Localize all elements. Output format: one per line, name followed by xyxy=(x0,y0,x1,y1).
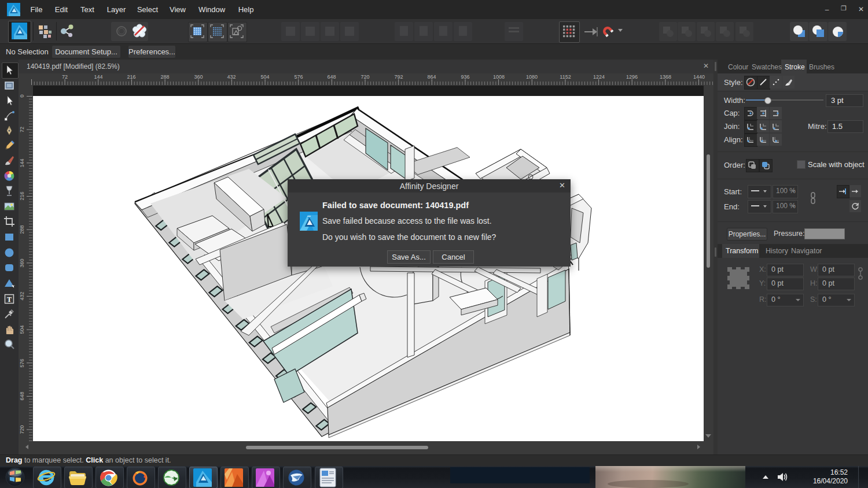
svg-text:576: 576 xyxy=(294,74,303,80)
svg-text:T: T xyxy=(7,295,12,304)
svg-text:1080: 1080 xyxy=(526,74,538,80)
svg-text:432: 432 xyxy=(227,74,236,80)
svg-text:360: 360 xyxy=(19,258,25,267)
svg-text:864: 864 xyxy=(427,74,436,80)
svg-text:216: 216 xyxy=(19,191,25,200)
svg-text:792: 792 xyxy=(394,74,403,80)
svg-text:720: 720 xyxy=(361,74,369,80)
svg-text:1152: 1152 xyxy=(560,74,571,80)
svg-text:720: 720 xyxy=(19,425,25,434)
svg-text:72: 72 xyxy=(19,127,25,132)
svg-text:648: 648 xyxy=(327,74,336,80)
svg-text:144: 144 xyxy=(19,158,25,167)
svg-text:288: 288 xyxy=(19,225,25,234)
svg-text:144: 144 xyxy=(94,74,102,80)
svg-text:1296: 1296 xyxy=(626,74,638,80)
svg-text:936: 936 xyxy=(461,74,469,80)
svg-text:216: 216 xyxy=(127,74,135,80)
svg-text:432: 432 xyxy=(19,291,25,300)
svg-text:504: 504 xyxy=(260,74,269,80)
svg-text:576: 576 xyxy=(19,358,25,367)
svg-text:360: 360 xyxy=(194,74,203,80)
svg-text:1008: 1008 xyxy=(493,74,505,80)
svg-text:648: 648 xyxy=(19,391,25,400)
svg-text:72: 72 xyxy=(62,74,68,80)
svg-text:0: 0 xyxy=(19,94,25,97)
svg-text:504: 504 xyxy=(19,325,25,334)
svg-text:1440: 1440 xyxy=(693,74,705,80)
svg-text:288: 288 xyxy=(160,74,169,80)
svg-text:1368: 1368 xyxy=(660,74,671,80)
svg-text:1224: 1224 xyxy=(593,74,605,80)
